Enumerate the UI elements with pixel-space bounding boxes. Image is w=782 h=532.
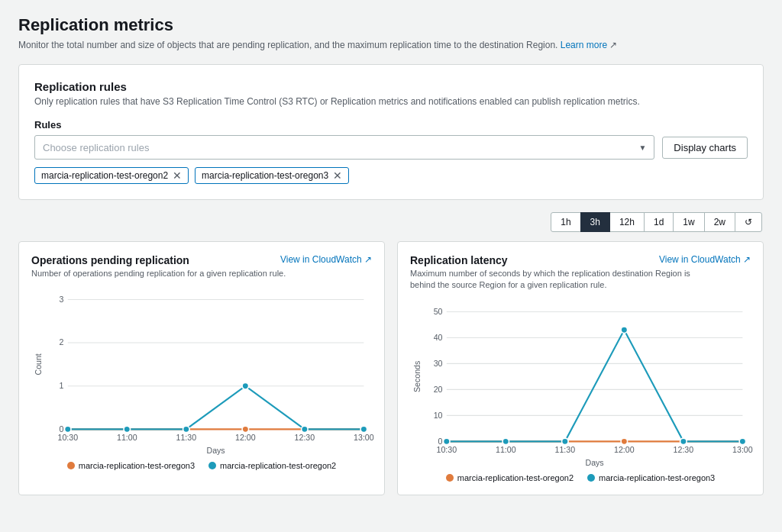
svg-point-59 xyxy=(739,438,745,444)
svg-text:11:00: 11:00 xyxy=(117,434,137,443)
tag-label: marcia-replication-test-oregon2 xyxy=(41,170,168,181)
legend-item: marcia-replication-test-oregon3 xyxy=(67,461,195,470)
latency-chart-header: Replication latency View in CloudWatch ↗ xyxy=(410,254,751,266)
card-subtitle: Only replication rules that have S3 Repl… xyxy=(34,96,748,107)
time-btn-1w[interactable]: 1w xyxy=(673,212,704,232)
latency-chart-desc: Maximum number of seconds by which the r… xyxy=(410,268,700,292)
replication-rules-card: Replication rules Only replication rules… xyxy=(18,64,764,200)
svg-point-19 xyxy=(242,426,248,432)
svg-point-26 xyxy=(302,426,308,432)
learn-more-link[interactable]: Learn more xyxy=(561,40,607,50)
time-controls: 1h3h12h1d1w2w↺ xyxy=(18,212,764,232)
svg-text:40: 40 xyxy=(434,332,443,341)
time-btn-12h[interactable]: 12h xyxy=(609,212,645,232)
tag-close-icon[interactable]: ✕ xyxy=(333,170,342,181)
legend-dot xyxy=(208,462,216,469)
legend-item: marcia-replication-test-oregon2 xyxy=(208,461,336,470)
svg-text:12:30: 12:30 xyxy=(674,445,694,454)
ops-chart-area: 012310:3011:0011:3012:0012:3013:00CountD… xyxy=(31,289,372,456)
latency-cloudwatch-link[interactable]: View in CloudWatch ↗ xyxy=(659,254,751,265)
svg-text:Count: Count xyxy=(34,354,43,376)
svg-point-58 xyxy=(680,438,687,444)
latency-chart-area: 0102030405010:3011:0011:3012:0012:3013:0… xyxy=(410,301,751,469)
refresh-button[interactable]: ↺ xyxy=(735,212,762,232)
svg-text:12:00: 12:00 xyxy=(235,434,256,443)
svg-text:0: 0 xyxy=(438,436,443,445)
svg-text:11:30: 11:30 xyxy=(176,434,197,443)
legend-dot xyxy=(67,462,75,469)
chevron-down-icon: ▼ xyxy=(638,143,646,152)
svg-text:1: 1 xyxy=(60,381,64,390)
card-title: Replication rules xyxy=(34,80,748,93)
svg-text:Days: Days xyxy=(585,458,603,467)
tag-tag1: marcia-replication-test-oregon2✕ xyxy=(34,167,189,184)
svg-text:30: 30 xyxy=(434,358,443,367)
legend-label: marcia-replication-test-oregon2 xyxy=(457,473,574,482)
legend-label: marcia-replication-test-oregon3 xyxy=(599,473,715,482)
legend-label: marcia-replication-test-oregon2 xyxy=(220,461,336,470)
svg-text:12:30: 12:30 xyxy=(295,434,315,443)
svg-point-54 xyxy=(444,438,450,444)
latency-chart-legend: marcia-replication-test-oregon2marcia-re… xyxy=(410,473,751,482)
rules-label: Rules xyxy=(34,119,748,131)
svg-text:50: 50 xyxy=(434,306,443,315)
tag-label: marcia-replication-test-oregon3 xyxy=(202,170,328,181)
time-btn-3h[interactable]: 3h xyxy=(580,212,610,232)
svg-text:11:30: 11:30 xyxy=(555,445,576,454)
ops-chart-desc: Number of operations pending replication… xyxy=(31,268,321,279)
svg-point-27 xyxy=(360,426,367,432)
display-charts-button[interactable]: Display charts xyxy=(662,137,748,159)
latency-chart-svg: 0102030405010:3011:0011:3012:0012:3013:0… xyxy=(410,301,751,469)
charts-row: Operations pending replication View in C… xyxy=(18,241,764,495)
tags-row: marcia-replication-test-oregon2✕marcia-r… xyxy=(34,167,748,184)
svg-text:2: 2 xyxy=(60,338,64,347)
svg-text:10:30: 10:30 xyxy=(437,445,457,454)
ops-chart-legend: marcia-replication-test-oregon3marcia-re… xyxy=(31,461,372,470)
svg-text:10: 10 xyxy=(434,410,443,419)
svg-point-22 xyxy=(65,426,71,432)
svg-text:Days: Days xyxy=(206,447,225,456)
svg-text:10:30: 10:30 xyxy=(58,434,79,443)
ops-chart-title: Operations pending replication xyxy=(31,254,189,266)
svg-text:12:00: 12:00 xyxy=(614,445,635,454)
svg-text:Seconds: Seconds xyxy=(412,361,422,392)
rules-dropdown[interactable]: Choose replication rules ▼ xyxy=(34,135,654,160)
ops-chart-svg: 012310:3011:0011:3012:0012:3013:00CountD… xyxy=(31,289,372,456)
legend-item: marcia-replication-test-oregon3 xyxy=(587,473,715,482)
ops-chart-header: Operations pending replication View in C… xyxy=(31,254,372,266)
time-btn-1d[interactable]: 1d xyxy=(644,212,674,232)
svg-point-51 xyxy=(621,438,627,444)
svg-point-57 xyxy=(621,327,627,333)
ops-cloudwatch-link[interactable]: View in CloudWatch ↗ xyxy=(280,254,372,265)
svg-point-25 xyxy=(242,383,248,389)
rules-input-row: Choose replication rules ▼ Display chart… xyxy=(34,135,748,160)
dropdown-placeholder: Choose replication rules xyxy=(43,142,149,153)
svg-point-56 xyxy=(562,438,568,444)
time-btn-2w[interactable]: 2w xyxy=(704,212,735,232)
svg-point-23 xyxy=(124,426,130,432)
tag-tag2: marcia-replication-test-oregon3✕ xyxy=(195,167,349,184)
page-subtitle: Monitor the total number and size of obj… xyxy=(18,40,764,50)
svg-point-24 xyxy=(183,426,189,432)
legend-item: marcia-replication-test-oregon2 xyxy=(446,473,574,482)
tag-close-icon[interactable]: ✕ xyxy=(173,170,182,181)
legend-dot xyxy=(446,474,454,482)
latency-chart-card: Replication latency View in CloudWatch ↗… xyxy=(397,241,764,495)
legend-label: marcia-replication-test-oregon3 xyxy=(79,461,195,470)
svg-text:13:00: 13:00 xyxy=(732,445,753,454)
svg-text:0: 0 xyxy=(60,424,64,434)
svg-text:3: 3 xyxy=(60,295,64,304)
page-title: Replication metrics xyxy=(18,15,764,35)
latency-chart-title: Replication latency xyxy=(410,254,508,266)
svg-text:13:00: 13:00 xyxy=(354,434,374,443)
ops-chart-card: Operations pending replication View in C… xyxy=(18,241,385,495)
svg-text:11:00: 11:00 xyxy=(496,445,516,454)
svg-point-55 xyxy=(502,438,509,444)
time-btn-1h[interactable]: 1h xyxy=(551,212,580,232)
svg-text:20: 20 xyxy=(434,384,443,393)
legend-dot xyxy=(587,474,595,482)
